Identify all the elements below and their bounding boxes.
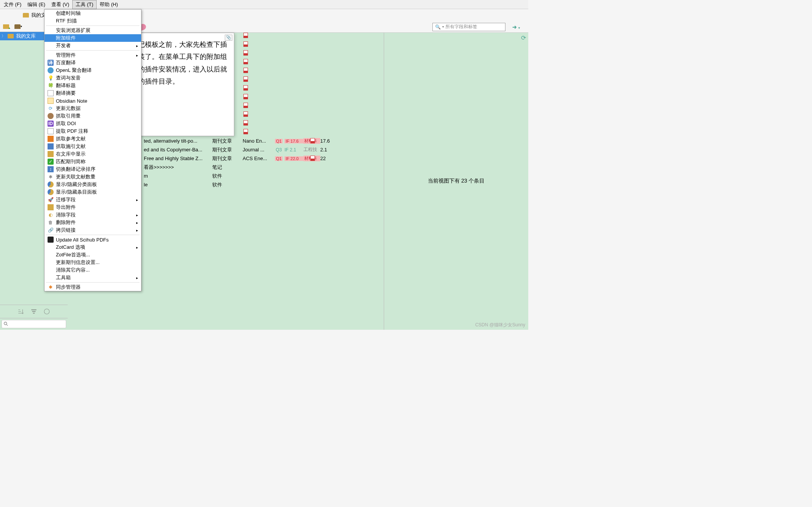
- item-title: 看器>>>>>>>: [144, 164, 212, 171]
- filter-icon[interactable]: [30, 308, 37, 315]
- search-box[interactable]: 🔍 ▾ 所有字段和标签: [432, 23, 505, 31]
- menu-sync-manager[interactable]: ✱同步管理器: [44, 283, 141, 291]
- tree-expand-icon[interactable]: 〉: [2, 33, 5, 39]
- new-library-button[interactable]: ▾: [14, 23, 23, 30]
- item-row[interactable]: Free and Highly Stable Z... 期刊文章 ACS Ene…: [144, 154, 384, 163]
- menu-lookup-pronounce[interactable]: 💡查词与发音: [44, 74, 141, 82]
- tag-search: [0, 318, 68, 330]
- menu-toggle-item-panel[interactable]: 显示/隐藏条目面板: [44, 188, 141, 196]
- menu-fetch-citations[interactable]: 抓取引用量: [44, 112, 141, 120]
- item-row[interactable]: le 软件: [144, 180, 384, 189]
- item-type: 期刊文章: [212, 146, 243, 153]
- attachment-icon[interactable]: 📎: [225, 35, 232, 41]
- menu-update-metadata[interactable]: ⟳更新元数据: [44, 105, 141, 112]
- menu-help[interactable]: 帮助 (H): [97, 0, 121, 9]
- menu-developer[interactable]: 开发者▸: [44, 42, 141, 49]
- svg-rect-2: [33, 313, 35, 313]
- menu-clear-fields[interactable]: ◐清除字段▸: [44, 211, 141, 219]
- submenu-arrow-icon: ▸: [136, 198, 138, 202]
- menu-fetch-citing[interactable]: 抓取施引文献: [44, 143, 141, 150]
- menu-delete-attachments[interactable]: 🗑删除附件▸: [44, 219, 141, 226]
- item-row[interactable]: ed and its Copolymer-Ba... 期刊文章 Journal …: [144, 145, 384, 154]
- pdf-icon[interactable]: [243, 76, 248, 82]
- item-num: 17.6: [320, 138, 332, 144]
- menu-toggle-translate-sort[interactable]: ↕切换翻译记录排序: [44, 165, 141, 173]
- pdf-icon[interactable]: [243, 120, 248, 126]
- tag-search-input[interactable]: [2, 320, 66, 328]
- pdf-icon[interactable]: [243, 111, 248, 117]
- item-if: IF 2.1: [284, 147, 304, 153]
- pdf-icon[interactable]: [243, 68, 248, 73]
- pdf-icon[interactable]: [310, 138, 315, 143]
- new-collection-button[interactable]: [2, 23, 11, 30]
- submenu-arrow-icon: ▸: [136, 276, 138, 280]
- tree-label: 我的文库: [16, 33, 36, 40]
- monkey-icon: [48, 113, 54, 119]
- locate-button[interactable]: ➜ ▾: [512, 24, 520, 30]
- library-icon: [23, 13, 29, 17]
- menu-fetch-doi[interactable]: ID抓取 DOI: [44, 120, 141, 127]
- tag-selector-toolbar: [0, 305, 68, 318]
- pdf-icon[interactable]: [243, 129, 248, 134]
- menu-openl-translate[interactable]: OpenL 聚合翻译: [44, 67, 141, 74]
- item-row[interactable]: 看器>>>>>>> 笔记: [144, 163, 384, 172]
- item-type: 笔记: [212, 164, 243, 171]
- refresh-icon: ⟳: [48, 105, 54, 111]
- submenu-arrow-icon: ▸: [136, 44, 138, 48]
- menu-zotcard-options[interactable]: ZotCard 选项▸: [44, 243, 141, 251]
- menu-extract-pdf-annotations[interactable]: 提取 PDF 注释: [44, 127, 141, 135]
- item-if: IF 17.6: [284, 139, 304, 143]
- menu-addons[interactable]: 附加组件: [44, 34, 141, 42]
- menu-zotfile-prefs[interactable]: ZotFile首选项...: [44, 251, 141, 259]
- menu-export-attachments[interactable]: 导出附件: [44, 203, 141, 211]
- menu-obsidian-note[interactable]: Obsidian Note: [44, 97, 141, 105]
- pdf-icon[interactable]: [243, 94, 248, 99]
- pdf-icon[interactable]: [243, 50, 248, 56]
- menu-clear-other-content[interactable]: 清除其它内容...: [44, 266, 141, 274]
- item-journal: Nano En...: [243, 138, 273, 144]
- menu-view[interactable]: 查看 (V): [48, 0, 72, 9]
- menu-baidu-translate[interactable]: 译百度翻译: [44, 59, 141, 67]
- submenu-arrow-icon: ▸: [136, 245, 138, 250]
- menu-install-browser-ext[interactable]: 安装浏览器扩展: [44, 27, 141, 34]
- pdf-icon[interactable]: [243, 33, 248, 38]
- menu-translate-title[interactable]: 🍀翻译标题: [44, 82, 141, 89]
- menu-update-scihub-pdfs[interactable]: Update All Scihub PDFs: [44, 236, 141, 243]
- menu-copy-link[interactable]: 🔗拷贝链接▸: [44, 226, 141, 234]
- search-dropdown-icon[interactable]: ▾: [442, 25, 444, 29]
- menu-toggle-category-panel[interactable]: 显示/隐藏分类面板: [44, 181, 141, 188]
- sync-icon: ✱: [48, 284, 54, 290]
- menu-update-related-count[interactable]: ✱更新关联文献数量: [44, 173, 141, 181]
- obsidian-icon: [48, 98, 54, 104]
- pdf-icon[interactable]: [243, 103, 248, 108]
- menu-edit[interactable]: 编辑 (E): [24, 0, 48, 9]
- item-row[interactable]: m 软件: [144, 172, 384, 180]
- book-icon: [48, 136, 54, 142]
- menu-toolbox[interactable]: 工具箱▸: [44, 274, 141, 281]
- menu-fetch-references[interactable]: 抓取参考文献: [44, 135, 141, 143]
- menu-translate-abstract[interactable]: 翻译摘要: [44, 89, 141, 97]
- item-num: 22: [320, 156, 332, 161]
- pie-icon: [48, 189, 54, 195]
- pdf-icon[interactable]: [243, 59, 248, 64]
- menu-migrate-fields[interactable]: 🚀迁移字段▸: [44, 196, 141, 203]
- item-row[interactable]: ted, alternatively tilt-po... 期刊文章 Nano …: [144, 137, 384, 145]
- pdf-icon[interactable]: [243, 85, 248, 91]
- menu-update-journal-info[interactable]: 更新期刊信息设置...: [44, 259, 141, 266]
- menu-rtf-scan[interactable]: RTF 扫描: [44, 17, 141, 25]
- menu-match-journal-abbrev[interactable]: ✓匹配期刊简称: [44, 158, 141, 165]
- pdf-icon[interactable]: [310, 156, 315, 161]
- menu-show-in-library[interactable]: 在文库中显示: [44, 150, 141, 158]
- item-type: 期刊文章: [212, 138, 243, 145]
- pdf-icon[interactable]: [243, 41, 248, 47]
- refresh-icon[interactable]: ⟳: [521, 34, 526, 41]
- tag-options-icon[interactable]: [43, 308, 50, 315]
- menu-manage-attachments[interactable]: 管理附件▸: [44, 51, 141, 59]
- menu-create-timeline[interactable]: 创建时间轴: [44, 10, 141, 17]
- trash-icon: 🗑: [48, 219, 54, 226]
- menu-tools[interactable]: 工具 (T): [72, 0, 97, 9]
- sort-az-icon[interactable]: [17, 308, 24, 315]
- menu-file[interactable]: 文件 (F): [1, 0, 24, 9]
- svg-rect-0: [31, 309, 37, 310]
- eraser-icon: ◐: [48, 212, 54, 218]
